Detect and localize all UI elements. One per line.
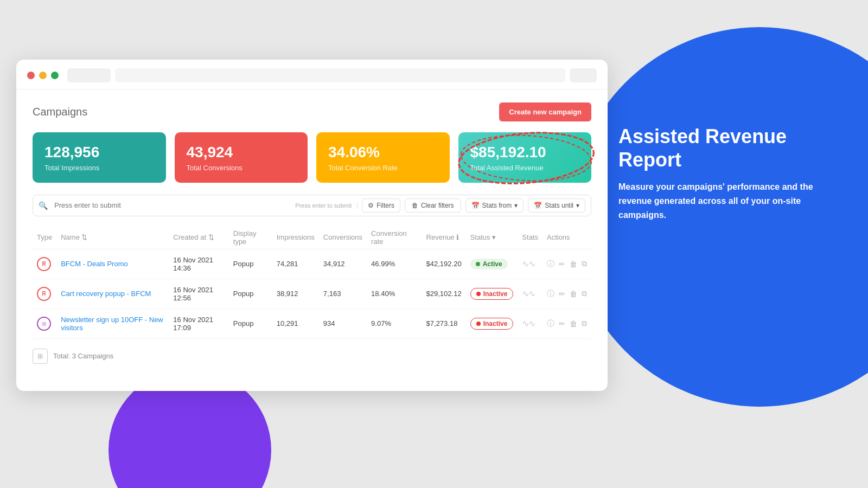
campaigns-table: Type Name ⇅ Created at ⇅ Display type Im…	[33, 226, 591, 339]
total-label: Total: 3 Campaigns	[53, 352, 113, 360]
edit-action-icon[interactable]: ✏	[559, 319, 565, 328]
stat-value-conversion-rate: 34.06%	[328, 143, 438, 162]
campaign-name-link[interactable]: BFCM - Deals Promo	[61, 260, 128, 268]
col-stats: Stats	[518, 226, 542, 249]
delete-action-icon[interactable]: 🗑	[570, 319, 577, 328]
col-created[interactable]: Created at ⇅	[169, 226, 228, 249]
status-badge[interactable]: Inactive	[470, 288, 514, 300]
search-input[interactable]	[54, 201, 291, 209]
cell-status: Inactive	[466, 309, 518, 338]
cell-name: BFCM - Deals Promo	[56, 249, 169, 279]
traffic-light-yellow[interactable]	[39, 72, 47, 79]
copy-action-icon[interactable]: ⧉	[582, 259, 587, 268]
cell-impressions: 10,291	[272, 309, 319, 338]
stat-card-revenue: $85,192.10 Total Assisted Revenue	[458, 132, 592, 183]
status-badge[interactable]: Inactive	[470, 318, 514, 330]
table-row: ◎ Newsletter sign up 10OFF - New visitor…	[33, 309, 591, 338]
address-bar-back	[67, 68, 111, 82]
create-campaign-button[interactable]: Create new campaign	[499, 102, 591, 121]
filter-bar: 🔍 Press enter to submit ⚙ Filters 🗑 Clea…	[33, 195, 591, 216]
filters-button[interactable]: ⚙ Filters	[362, 198, 400, 213]
stat-value-conversions: 43,924	[187, 143, 296, 162]
traffic-light-red[interactable]	[27, 72, 35, 79]
info-action-icon[interactable]: ⓘ	[547, 319, 554, 329]
calendar-icon: 📅	[471, 202, 480, 209]
cell-conversion-rate: 9.07%	[367, 309, 422, 338]
cell-display-type: Popup	[229, 279, 272, 309]
traffic-light-green[interactable]	[51, 72, 59, 79]
cell-conversions: 7,163	[319, 279, 367, 309]
campaigns-table-wrap: Type Name ⇅ Created at ⇅ Display type Im…	[33, 226, 591, 339]
edit-action-icon[interactable]: ✏	[559, 290, 565, 298]
status-badge[interactable]: Active	[470, 259, 508, 269]
right-panel: Assisted Revenue Report Measure your cam…	[618, 125, 825, 222]
cell-status: Active	[466, 249, 518, 279]
cell-stats: ∿∿	[518, 279, 542, 309]
window-card: Campaigns Create new campaign 128,956 To…	[16, 60, 608, 391]
window-titlebar	[16, 60, 608, 89]
stats-chart-icon[interactable]: ∿∿	[522, 319, 535, 328]
stats-from-label: Stats from	[482, 202, 512, 209]
campaign-name-link[interactable]: Newsletter sign up 10OFF - New visitors	[61, 316, 163, 332]
cell-type: R	[33, 279, 56, 309]
right-panel-title: Assisted Revenue Report	[618, 125, 825, 171]
cell-display-type: Popup	[229, 249, 272, 279]
stats-until-button[interactable]: 📅 Stats until ▾	[528, 198, 585, 213]
copy-action-icon[interactable]: ⧉	[582, 289, 587, 298]
calendar-icon-2: 📅	[534, 202, 542, 209]
delete-action-icon[interactable]: 🗑	[570, 260, 577, 268]
col-impressions: Impressions	[272, 226, 319, 249]
cell-name: Cart recovery popup - BFCM	[56, 279, 169, 309]
stat-label-impressions: Total Impressions	[44, 164, 154, 172]
cell-conversions: 34,912	[319, 249, 367, 279]
cell-revenue: $42,192.20	[422, 249, 466, 279]
cell-created: 16 Nov 2021 12:56	[169, 279, 228, 309]
cell-actions: ⓘ ✏ 🗑 ⧉	[542, 249, 591, 279]
stat-value-revenue: $85,192.10	[470, 143, 580, 162]
table-row: R Cart recovery popup - BFCM 16 Nov 2021…	[33, 279, 591, 309]
total-row: ⊞ Total: 3 Campaigns	[33, 349, 591, 364]
campaigns-title: Campaigns	[33, 106, 87, 118]
col-conversion-rate: Conversion rate	[367, 226, 422, 249]
copy-action-icon[interactable]: ⧉	[582, 319, 587, 328]
stat-label-revenue: Total Assisted Revenue	[470, 164, 580, 172]
info-action-icon[interactable]: ⓘ	[547, 259, 554, 269]
col-status[interactable]: Status ▾	[466, 226, 518, 249]
chevron-down-icon: ▾	[514, 202, 518, 209]
clear-filters-button[interactable]: 🗑 Clear filters	[405, 198, 461, 213]
cell-revenue: $7,273.18	[422, 309, 466, 338]
cell-conversions: 934	[319, 309, 367, 338]
chevron-down-icon-2: ▾	[576, 202, 579, 209]
status-dot	[476, 262, 480, 266]
cell-impressions: 38,912	[272, 279, 319, 309]
cell-actions: ⓘ ✏ 🗑 ⧉	[542, 279, 591, 309]
main-content: Campaigns Create new campaign 128,956 To…	[16, 89, 608, 375]
address-bar-url[interactable]	[115, 68, 565, 82]
cell-revenue: $29,102.12	[422, 279, 466, 309]
filter-icon: ⚙	[368, 202, 374, 209]
edit-action-icon[interactable]: ✏	[559, 260, 565, 268]
cell-actions: ⓘ ✏ 🗑 ⧉	[542, 309, 591, 338]
cell-conversion-rate: 18.40%	[367, 279, 422, 309]
info-action-icon[interactable]: ⓘ	[547, 289, 554, 299]
stats-chart-icon[interactable]: ∿∿	[522, 259, 535, 268]
campaign-name-link[interactable]: Cart recovery popup - BFCM	[61, 290, 151, 298]
search-icon: 🔍	[39, 201, 48, 210]
delete-action-icon[interactable]: 🗑	[570, 290, 577, 298]
col-type: Type	[33, 226, 56, 249]
col-display-type: Display type	[229, 226, 272, 249]
col-revenue: Revenue ℹ	[422, 226, 466, 249]
action-icons: ⓘ ✏ 🗑 ⧉	[547, 259, 587, 269]
stats-from-button[interactable]: 📅 Stats from ▾	[465, 198, 524, 213]
cell-type: R	[33, 249, 56, 279]
cell-status: Inactive	[466, 279, 518, 309]
action-icons: ⓘ ✏ 🗑 ⧉	[547, 319, 587, 329]
cell-stats: ∿∿	[518, 249, 542, 279]
type-icon: R	[37, 287, 51, 301]
status-dot	[476, 292, 481, 296]
cell-impressions: 74,281	[272, 249, 319, 279]
stat-label-conversion-rate: Total Conversion Rate	[328, 164, 438, 172]
cell-created: 16 Nov 2021 17:09	[169, 309, 228, 338]
col-name[interactable]: Name ⇅	[56, 226, 169, 249]
stats-chart-icon[interactable]: ∿∿	[522, 289, 535, 298]
